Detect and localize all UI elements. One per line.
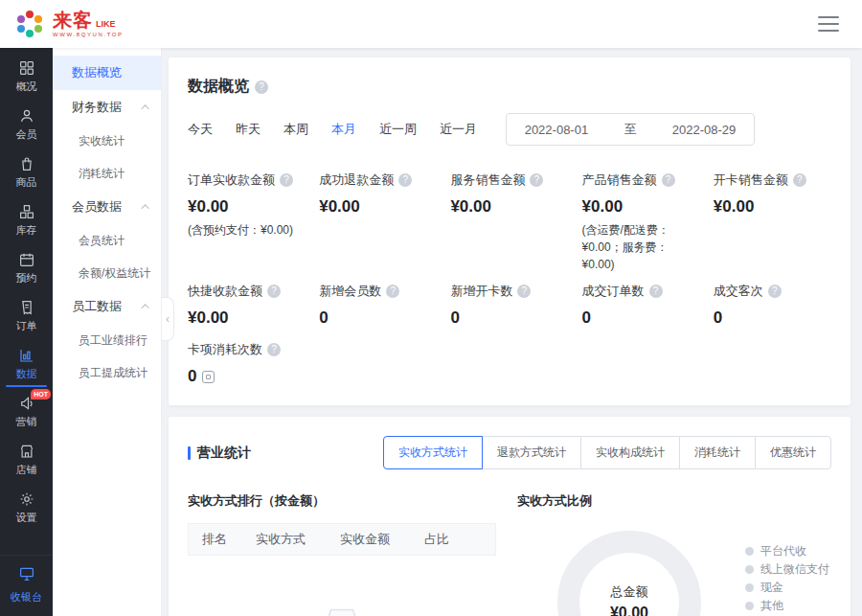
filter-today[interactable]: 今天 [188, 121, 213, 138]
legend-dot-icon [745, 583, 754, 592]
filter-yesterday[interactable]: 昨天 [236, 121, 261, 138]
business-card: 营业统计 实收方式统计 退款方式统计 实收构成统计 消耗统计 优惠统计 实收方式… [169, 417, 851, 616]
stat-card-sales: 开卡销售金额? ¥0.00 [714, 171, 831, 273]
filter-this-month[interactable]: 本月 [331, 121, 356, 138]
help-icon[interactable]: ? [768, 285, 782, 298]
stat-refund: 成功退款金额? ¥0.00 [319, 171, 437, 273]
chevron-up-icon [141, 304, 148, 311]
help-icon[interactable]: ? [793, 173, 806, 187]
legend-item[interactable]: 现金 [745, 579, 842, 597]
stat-card-consume-count: 卡项消耗次数? 0 [188, 341, 306, 386]
stat-deal-orders: 成交订单数? 0 [582, 283, 700, 328]
submenu-item-data-overview[interactable]: 数据概览 [53, 56, 161, 90]
stat-product-sales: 产品销售金额? ¥0.00 (含运费/配送费：¥0.00；服务费：¥0.00) [582, 171, 700, 273]
income-proportion-panel: 实收方式比例 总金额 ¥0.00 平台代收 线上微信支付 [517, 492, 842, 616]
sidebar-item-orders[interactable]: 订单 [0, 291, 53, 339]
help-icon[interactable]: ? [662, 173, 675, 187]
tab-income-composition[interactable]: 实收构成统计 [580, 436, 680, 469]
tab-income-method[interactable]: 实收方式统计 [383, 436, 483, 469]
legend-item[interactable]: 平台代收 [745, 542, 842, 560]
card-unit-icon [202, 371, 215, 383]
submenu-item-income-stats[interactable]: 实收统计 [53, 125, 161, 157]
sidebar-item-cashier[interactable]: 收银台 [0, 555, 53, 616]
help-icon[interactable]: ? [530, 173, 543, 187]
cashier-icon [18, 565, 35, 586]
submenu-item-staff-ranking[interactable]: 员工业绩排行 [53, 324, 161, 356]
sidebar-item-settings[interactable]: 设置 [0, 483, 53, 531]
submenu-item-staff-commission[interactable]: 员工提成统计 [53, 356, 161, 389]
brand-logo[interactable]: 来客 LIKE WWW.8QYUN.TOP [13, 8, 124, 40]
stat-deal-customers: 成交客次? 0 [714, 283, 831, 328]
date-range-picker[interactable]: 2022-08-01 至 2022-08-29 [506, 113, 755, 146]
hot-badge: HOT [31, 389, 51, 399]
calendar-icon [18, 251, 35, 268]
help-icon[interactable]: ? [280, 173, 293, 187]
sidebar-item-goods[interactable]: 商品 [0, 148, 53, 195]
secondary-sidebar: 数据概览 财务数据 实收统计 消耗统计 会员数据 会员统计 余额/权益统计 员工… [53, 48, 162, 616]
brand-text: 来客 LIKE WWW.8QYUN.TOP [53, 11, 124, 37]
filter-last-week[interactable]: 近一周 [379, 121, 417, 138]
order-icon [18, 299, 35, 316]
submenu-item-member-stats[interactable]: 会员统计 [53, 224, 161, 257]
sidebar-item-members[interactable]: 会员 [0, 100, 53, 148]
proportion-title: 实收方式比例 [517, 492, 842, 510]
tab-discount-stats[interactable]: 优惠统计 [755, 436, 831, 469]
help-icon[interactable]: ? [386, 285, 399, 298]
sidebar-item-shop[interactable]: 店铺 [0, 435, 53, 483]
gear-icon [18, 491, 35, 508]
submenu-group-staff[interactable]: 员工数据 [53, 289, 161, 324]
grid-icon [18, 59, 35, 77]
business-tabs: 实收方式统计 退款方式统计 实收构成统计 消耗统计 优惠统计 [383, 436, 831, 469]
menu-toggle-icon[interactable] [818, 16, 839, 32]
legend-dot-icon [745, 547, 754, 556]
legend-dot-icon [745, 565, 754, 574]
title-marker [188, 446, 191, 460]
tab-consume-stats[interactable]: 消耗统计 [679, 436, 756, 469]
help-icon[interactable]: ? [267, 285, 281, 298]
main-content: ‹ 数据概览 ? 今天 昨天 本周 本月 近一周 近一月 2022-08-01 … [162, 48, 862, 616]
brand-name: 来客 [53, 11, 93, 30]
stats-row-1: 订单实收款金额? ¥0.00 (含预约支付：¥0.00) 成功退款金额? ¥0.… [188, 171, 831, 273]
stat-service-sales: 服务销售金额? ¥0.00 [450, 171, 568, 273]
help-icon[interactable]: ? [255, 80, 268, 94]
sidebar-item-inventory[interactable]: 库存 [0, 195, 53, 243]
filter-this-week[interactable]: 本周 [284, 121, 308, 138]
app-root: 来客 LIKE WWW.8QYUN.TOP 概况 会员 商品 [0, 0, 862, 616]
stat-order-income: 订单实收款金额? ¥0.00 (含预约支付：¥0.00) [188, 171, 306, 273]
stat-new-members: 新增会员数? 0 [319, 283, 437, 328]
tab-refund-method[interactable]: 退款方式统计 [482, 436, 581, 469]
sidebar-item-marketing[interactable]: HOT 营销 [0, 387, 53, 435]
donut-center-label: 总金额 [611, 583, 648, 601]
col-rank: 排名 [202, 531, 256, 548]
submenu-group-members[interactable]: 会员数据 [53, 190, 161, 224]
col-amount: 实收金额 [340, 531, 424, 548]
submenu-group-finance[interactable]: 财务数据 [53, 90, 161, 125]
col-ratio: 占比 [424, 531, 482, 548]
brand-domain: WWW.8QYUN.TOP [53, 32, 124, 37]
submenu-item-balance-stats[interactable]: 余额/权益统计 [53, 257, 161, 289]
help-icon[interactable]: ? [398, 173, 412, 187]
empty-state: 暂无数据 [188, 556, 496, 616]
overview-card: 数据概览 ? 今天 昨天 本周 本月 近一周 近一月 2022-08-01 至 … [169, 57, 851, 405]
business-title: 营业统计 [188, 445, 251, 462]
help-icon[interactable]: ? [267, 343, 281, 356]
app-header: 来客 LIKE WWW.8QYUN.TOP [0, 0, 862, 48]
brand-flower-icon [13, 8, 46, 40]
submenu-item-consume-stats[interactable]: 消耗统计 [53, 157, 161, 190]
inventory-icon [18, 203, 35, 220]
collapse-sidebar-handle[interactable]: ‹ [162, 297, 174, 341]
sidebar-item-overview[interactable]: 概况 [0, 52, 53, 100]
page-title: 数据概览 [188, 77, 249, 97]
sidebar-item-booking[interactable]: 预约 [0, 243, 53, 291]
stat-new-cards: 新增开卡数? 0 [450, 283, 568, 328]
stats-row-3: 卡项消耗次数? 0 [188, 341, 831, 386]
sidebar-item-data[interactable]: 数据 [0, 339, 53, 387]
help-icon[interactable]: ? [517, 285, 531, 298]
legend-item[interactable]: 其他 [745, 597, 842, 615]
ranking-table-header: 排名 实收方式 实收金额 占比 [188, 523, 496, 556]
legend-item[interactable]: 线上微信支付 [745, 560, 842, 579]
filter-last-month[interactable]: 近一月 [440, 121, 477, 138]
chevron-up-icon [141, 104, 148, 112]
col-method: 实收方式 [256, 531, 340, 548]
help-icon[interactable]: ? [649, 285, 663, 298]
